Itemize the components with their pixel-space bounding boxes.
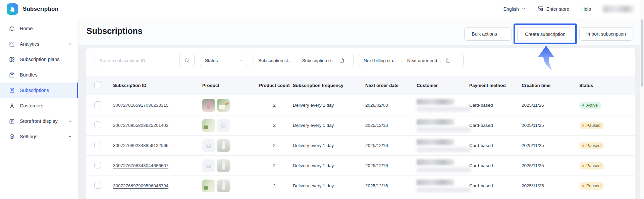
subscription-id-link[interactable]: 3007276708343044686607 (113, 163, 202, 168)
row-checkbox[interactable] (94, 142, 101, 148)
col-product: Product (202, 83, 256, 89)
col-subscription-frequency: Subscription frequency (293, 83, 365, 89)
annotation-arrow-icon (537, 45, 570, 72)
product-count: 2 (256, 163, 293, 168)
row-checkbox[interactable] (94, 162, 101, 168)
row-checkbox[interactable] (94, 101, 101, 108)
payment-method: Card-based (469, 143, 522, 148)
sidebar-item-customers[interactable]: Customers (0, 98, 78, 113)
sidebar-item-analytics[interactable]: Analytics (0, 36, 78, 52)
product-count: 2 (256, 123, 293, 128)
scrollbar-thumb[interactable] (641, 19, 643, 87)
enter-store-label: Enter store (546, 6, 569, 12)
create-subscription-button[interactable]: Create subscription (517, 28, 573, 41)
search-input[interactable] (95, 54, 179, 67)
range-arrow: → (295, 58, 299, 63)
subscription-frequency: Delivery every 1 day (293, 163, 365, 168)
chevron-down-icon (68, 119, 72, 123)
subscription-frequency: Delivery every 1 day (293, 123, 365, 128)
sidebar-item-bundles[interactable]: Bundles (0, 67, 78, 83)
product-thumbnail (217, 159, 230, 172)
product-count: 2 (256, 103, 293, 108)
col-product-count: Product count (256, 83, 293, 89)
table-header-row: Subscription ID Product Product count Su… (86, 76, 635, 95)
product-count: 2 (256, 143, 293, 148)
subscriptions-icon (9, 87, 15, 94)
subscription-id-link[interactable]: 3007278165917036233315 (113, 103, 202, 108)
sidebar-item-label: Customers (20, 103, 43, 108)
sidebar-item-subscription-plans[interactable]: Subscription plans (0, 52, 78, 67)
subscription-frequency: Delivery every 1 day (293, 143, 365, 148)
range-end-placeholder: Subscription e... (302, 58, 335, 63)
subscription-id-link[interactable]: 3007276802348856122566 (113, 143, 202, 148)
help-label: Help (581, 6, 591, 12)
language-selector[interactable]: English (503, 6, 526, 12)
table-row: 3007276708343044686607 2 Delivery every … (86, 156, 635, 176)
col-subscription-id: Subscription ID (113, 83, 202, 89)
topbar: Subscription English Enter store Help (0, 0, 644, 18)
col-customer: Customer (417, 83, 469, 89)
sidebar-item-label: Storefront display (20, 118, 58, 124)
customer-redacted (417, 139, 469, 152)
status-label: Paused (586, 184, 600, 188)
sidebar-item-home[interactable]: Home (0, 21, 78, 36)
table-row: 3007278165917036233315 2 Delivery every … (86, 95, 635, 115)
status-label: Active (586, 103, 598, 108)
col-creation-time: Creation time (522, 83, 579, 89)
status-badge: Paused (579, 142, 604, 149)
payment-method: Card-based (469, 123, 522, 128)
calendar-icon (445, 58, 451, 63)
product-thumbnail (217, 180, 230, 192)
status-badge: Active (579, 102, 601, 109)
customer-redacted (417, 180, 469, 192)
next-order-date: 2025/12/16 (365, 143, 417, 148)
import-subscription-button[interactable]: Import subscription (579, 27, 633, 41)
status-filter-select[interactable]: Status (200, 54, 248, 67)
chevron-down-icon (239, 59, 243, 62)
subscription-date-range-picker[interactable]: Subscription st... → Subscription e... (254, 54, 354, 67)
product-thumbnail (202, 180, 215, 192)
chevron-down-icon (68, 42, 72, 46)
chevron-down-icon (68, 135, 72, 139)
storefront-icon (538, 6, 544, 13)
search-icon[interactable] (179, 54, 194, 67)
subscription-id-link[interactable]: 3007276697909596045794 (113, 183, 202, 188)
import-subscription-label: Import subscription (586, 31, 626, 37)
help-link[interactable]: Help (581, 6, 591, 12)
table-row: 3007276955803625201403 2 Delivery every … (86, 115, 635, 136)
creation-time: 2025/11/25 (522, 143, 579, 148)
bulk-actions-button[interactable]: Bulk actions (464, 27, 512, 41)
sidebar-item-storefront-display[interactable]: Storefront display (0, 113, 78, 129)
payment-method: Card-based (469, 103, 522, 108)
sidebar-item-label: Settings (20, 134, 37, 139)
table-row: 3007276802348856122566 2 Delivery every … (86, 136, 635, 156)
enter-store-button[interactable]: Enter store (538, 6, 569, 13)
sidebar-item-settings[interactable]: Settings (0, 129, 78, 144)
subscription-id-link[interactable]: 3007276955803625201403 (113, 123, 202, 128)
bundles-icon (9, 72, 15, 78)
next-billing-date-range-picker[interactable]: Next billing sta... → Next order end... (359, 54, 464, 67)
row-checkbox[interactable] (94, 121, 101, 128)
next-order-date: 2026/02/03 (365, 103, 417, 108)
status-dot-icon (582, 145, 584, 147)
status-label: Paused (586, 123, 600, 128)
customers-icon (9, 103, 15, 109)
select-all-checkbox[interactable] (94, 82, 101, 88)
customer-redacted (417, 159, 469, 172)
subscription-frequency: Delivery every 1 day (293, 183, 365, 188)
chevron-down-icon (500, 31, 504, 37)
status-label: Paused (586, 143, 600, 148)
sidebar-item-subscriptions[interactable]: Subscriptions (0, 83, 78, 98)
app-title: Subscription (23, 6, 58, 12)
vertical-scrollbar[interactable] (640, 0, 644, 199)
product-thumbnail (217, 99, 230, 112)
status-badge: Paused (579, 162, 604, 169)
language-label: English (503, 6, 519, 12)
row-checkbox[interactable] (94, 182, 101, 189)
table-row: 3007276697909596045794 2 Delivery every … (86, 176, 635, 196)
payment-method: Card-based (469, 183, 522, 188)
customer-redacted (417, 119, 469, 132)
product-thumbnail (202, 139, 215, 152)
sidebar-item-label: Subscription plans (20, 57, 60, 62)
subscription-frequency: Delivery every 1 day (293, 103, 365, 108)
